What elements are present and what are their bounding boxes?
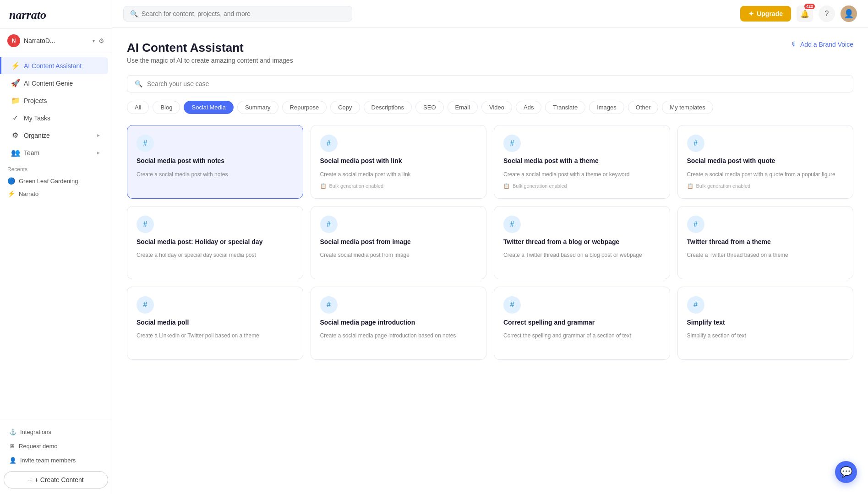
page-header-text: AI Content Assistant Use the magic of AI… — [127, 41, 293, 64]
hashtag-icon: # — [503, 216, 521, 233]
user-avatar[interactable]: 👤 — [841, 5, 857, 22]
notification-badge: 422 — [804, 4, 815, 9]
filter-pill-ads[interactable]: Ads — [516, 101, 541, 114]
hashtag-icon: # — [320, 135, 338, 152]
topbar-right-actions: ✦ Upgrade 🔔 422 ? 👤 — [740, 5, 857, 22]
filter-pill-all[interactable]: All — [127, 101, 149, 114]
card-social-page-intro[interactable]: #Social media page introductionCreate a … — [311, 287, 487, 360]
card-title: Social media post with quote — [687, 157, 844, 166]
hashtag-icon: # — [136, 135, 154, 152]
topbar-search-input[interactable] — [142, 10, 345, 17]
filter-pill-video[interactable]: Video — [481, 101, 512, 114]
filter-pill-repurpose[interactable]: Repurpose — [282, 101, 327, 114]
recent-item-green-leaf[interactable]: 🔵 Green Leaf Gardening — [0, 174, 112, 187]
logo-area: narrato — [0, 0, 112, 29]
sidebar-item-ai-content-assistant[interactable]: ⚡ AI Content Assistant — [0, 57, 108, 74]
card-simplify-text[interactable]: #Simplify textSimplify a section of text — [677, 287, 854, 360]
hashtag-icon: # — [320, 296, 338, 314]
card-description: Create a social media post with a link — [320, 170, 477, 179]
card-description: Create a social media post with a theme … — [503, 170, 661, 179]
card-title: Social media poll — [136, 318, 294, 327]
filter-pill-summary[interactable]: Summary — [237, 101, 278, 114]
sidebar-item-ai-content-genie[interactable]: 🚀 AI Content Genie — [4, 75, 108, 92]
settings-icon: ⚙ — [11, 131, 19, 140]
expand-arrow-icon: ► — [96, 150, 101, 155]
hashtag-icon: # — [503, 135, 521, 152]
gear-icon[interactable]: ⚙ — [98, 37, 104, 44]
bell-icon: 🔔 — [800, 10, 809, 18]
hashtag-icon: # — [687, 216, 704, 233]
chat-support-button[interactable]: 💬 — [835, 461, 857, 483]
card-title: Twitter thread from a theme — [687, 238, 844, 247]
filter-pill-copy[interactable]: Copy — [330, 101, 360, 114]
add-brand-voice-button[interactable]: 🎙 Add a Brand Voice — [791, 41, 853, 48]
invite-team-link[interactable]: 👤 Invite team members — [4, 453, 108, 467]
sidebar-item-projects[interactable]: 📁 Projects — [4, 92, 108, 109]
sidebar-item-team[interactable]: 👥 Team ► — [4, 144, 108, 161]
hashtag-icon: # — [136, 296, 154, 314]
card-description: Create social media post from image — [320, 251, 477, 269]
sidebar-item-label: Projects — [24, 97, 47, 104]
request-demo-link[interactable]: 🖥 Request demo — [4, 439, 108, 453]
create-content-label: + Create Content — [35, 476, 84, 483]
bulk-generation-badge: 📋Bulk generation enabled — [687, 183, 844, 189]
card-description: Create a Twitter thread based on a theme — [687, 251, 844, 269]
card-spelling-grammar[interactable]: #Correct spelling and grammarCorrect the… — [494, 287, 670, 360]
search-icon: 🔍 — [130, 10, 138, 17]
card-social-holiday[interactable]: #Social media post: Holiday or special d… — [127, 206, 303, 279]
filter-pill-seo[interactable]: SEO — [415, 101, 443, 114]
hashtag-icon: # — [503, 296, 521, 314]
sidebar-item-my-tasks[interactable]: ✓ My Tasks — [4, 109, 108, 126]
card-twitter-blog[interactable]: #Twitter thread from a blog or webpageCr… — [494, 206, 670, 279]
hashtag-icon: # — [136, 216, 154, 233]
filter-pill-social-media[interactable]: Social Media — [184, 101, 233, 114]
recent-item-label: Green Leaf Gardening — [19, 178, 78, 185]
recent-item-narrato[interactable]: ⚡ Narrato — [0, 187, 112, 200]
upgrade-label: Upgrade — [757, 10, 783, 17]
filter-pill-my-templates[interactable]: My templates — [662, 101, 713, 114]
topbar-search-box[interactable]: 🔍 — [123, 6, 352, 22]
notifications-button[interactable]: 🔔 422 — [797, 5, 813, 22]
card-title: Simplify text — [687, 318, 844, 327]
filter-pill-translate[interactable]: Translate — [545, 101, 585, 114]
help-button[interactable]: ? — [819, 5, 835, 22]
card-title: Social media post with notes — [136, 157, 294, 166]
card-twitter-theme[interactable]: #Twitter thread from a themeCreate a Twi… — [677, 206, 854, 279]
main-nav: ⚡ AI Content Assistant 🚀 AI Content Geni… — [0, 53, 112, 419]
card-social-theme[interactable]: #Social media post with a themeCreate a … — [494, 125, 670, 199]
use-case-search-input[interactable] — [147, 80, 846, 87]
filter-pill-email[interactable]: Email — [448, 101, 478, 114]
page-header: AI Content Assistant Use the magic of AI… — [127, 41, 853, 64]
circle-icon: 🔵 — [7, 177, 15, 185]
sidebar-item-organize[interactable]: ⚙ Organize ► — [4, 127, 108, 144]
filter-pill-other[interactable]: Other — [628, 101, 659, 114]
upgrade-button[interactable]: ✦ Upgrade — [740, 6, 791, 22]
account-switcher[interactable]: N NarratoD... ▾ ⚙ — [0, 29, 112, 53]
anchor-icon: ⚓ — [9, 429, 16, 435]
card-social-poll[interactable]: #Social media pollCreate a Linkedin or T… — [127, 287, 303, 360]
user-photo: 👤 — [844, 9, 854, 19]
card-title: Social media post from image — [320, 238, 477, 247]
use-case-search-box[interactable]: 🔍 — [127, 75, 853, 92]
page-title: AI Content Assistant — [127, 41, 293, 55]
filter-pill-descriptions[interactable]: Descriptions — [364, 101, 412, 114]
person-add-icon: 👤 — [9, 457, 16, 464]
rocket-icon: 🚀 — [11, 79, 19, 87]
card-social-quote[interactable]: #Social media post with quoteCreate a so… — [677, 125, 854, 199]
card-description: Create a social media page introduction … — [320, 331, 477, 350]
card-social-link[interactable]: #Social media post with linkCreate a soc… — [311, 125, 487, 199]
integrations-link[interactable]: ⚓ Integrations — [4, 425, 108, 439]
card-social-notes[interactable]: #Social media post with notesCreate a so… — [127, 125, 303, 199]
card-description: Create a social media post with notes — [136, 170, 294, 189]
card-social-image[interactable]: #Social media post from imageCreate soci… — [311, 206, 487, 279]
content-area: AI Content Assistant Use the magic of AI… — [112, 28, 868, 494]
card-description: Create a Twitter thread based on a blog … — [503, 251, 661, 269]
filter-pill-images[interactable]: Images — [589, 101, 624, 114]
hashtag-icon: # — [687, 135, 704, 152]
filter-pill-blog[interactable]: Blog — [153, 101, 180, 114]
lightning-icon: ⚡ — [11, 61, 19, 70]
add-brand-voice-label: Add a Brand Voice — [800, 41, 853, 48]
page-subtitle: Use the magic of AI to create amazing co… — [127, 57, 293, 64]
create-content-button[interactable]: + + Create Content — [4, 471, 108, 489]
app-logo: narrato — [9, 8, 46, 22]
